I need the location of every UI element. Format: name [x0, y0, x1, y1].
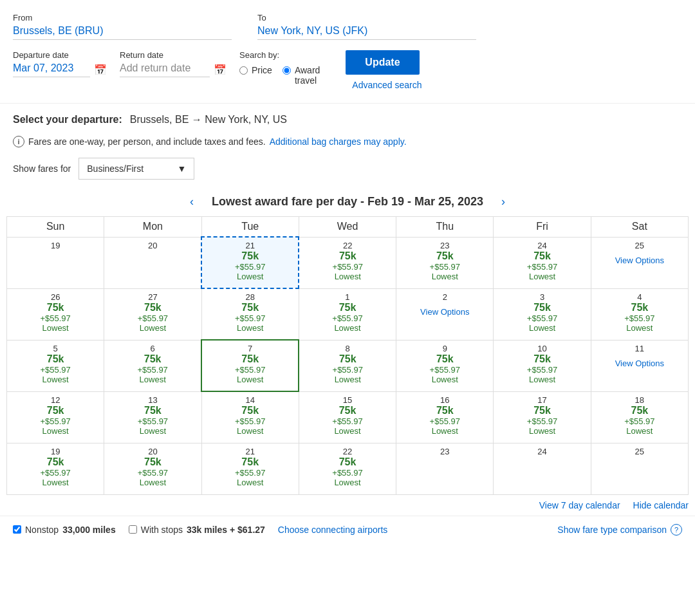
cell-day-number: 27 [148, 292, 157, 302]
cell-fare-value: 75k [303, 302, 392, 313]
calendar-grid: Sun Mon Tue Wed Thu Fri Sat 19202175k+$5… [6, 216, 689, 495]
view-options-link[interactable]: View Options [595, 359, 684, 368]
cell-fee-value: +$55.97 [11, 313, 100, 323]
calendar-title: Lowest award fare per day - Feb 19 - Mar… [212, 195, 483, 209]
with-stops-checkbox[interactable] [129, 525, 137, 534]
return-date-group: Return date Add return date 📅 [120, 50, 227, 77]
calendar-cell[interactable]: 575k+$55.97Lowest [7, 340, 104, 391]
fare-select[interactable]: Business/First ▼ [79, 158, 194, 180]
calendar-cell[interactable]: 2775k+$55.97Lowest [104, 288, 201, 340]
calendar-cell[interactable]: 25View Options [591, 237, 688, 288]
chevron-down-icon: ▼ [177, 163, 186, 174]
cell-day-number: 19 [51, 447, 60, 456]
cell-lowest-label: Lowest [595, 323, 684, 333]
calendar-cell[interactable]: 2675k+$55.97Lowest [7, 288, 104, 340]
cell-fee-value: +$55.97 [11, 416, 100, 426]
return-date-value[interactable]: Add return date [120, 62, 210, 77]
calendar-cell[interactable]: 1675k+$55.97Lowest [396, 391, 494, 443]
choose-airports-link[interactable]: Choose connecting airports [278, 525, 387, 535]
cell-lowest-label: Lowest [11, 375, 100, 384]
select-departure-row: Select your departure: Brussels, BE → Ne… [0, 103, 695, 131]
cell-day-number: 26 [51, 292, 60, 302]
cell-fee-value: +$55.97 [206, 416, 295, 426]
cell-fare-value: 75k [400, 353, 489, 365]
cell-fee-value: +$55.97 [400, 416, 489, 426]
calendar-cell[interactable]: 775k+$55.97Lowest [201, 340, 299, 391]
cell-lowest-label: Lowest [497, 375, 586, 384]
award-radio-option[interactable]: Awardtravel [283, 65, 320, 86]
calendar-cell[interactable]: 23 [396, 443, 494, 494]
calendar-cell[interactable]: 1275k+$55.97Lowest [7, 391, 104, 443]
day-header-wed: Wed [299, 217, 396, 238]
calendar-cell[interactable]: 1575k+$55.97Lowest [299, 391, 396, 443]
cell-fee-value: +$55.97 [303, 313, 392, 323]
update-button[interactable]: Update [346, 50, 419, 75]
calendar-cell[interactable]: 675k+$55.97Lowest [104, 340, 201, 391]
departure-date-value[interactable]: Mar 07, 2023 [13, 62, 90, 77]
price-radio-option[interactable]: Price [239, 65, 272, 75]
view-options-link[interactable]: View Options [400, 307, 489, 317]
calendar-cell[interactable]: 975k+$55.97Lowest [396, 340, 494, 391]
price-radio[interactable] [239, 66, 248, 75]
to-value[interactable]: New York, NY, US (JFK) [257, 25, 476, 40]
day-header-sun: Sun [7, 217, 104, 238]
departure-calendar-icon[interactable]: 📅 [94, 64, 107, 76]
calendar-cell[interactable]: 2175k+$55.97Lowest [201, 443, 299, 494]
return-calendar-icon[interactable]: 📅 [214, 64, 227, 76]
calendar-cell[interactable]: 2375k+$55.97Lowest [396, 237, 494, 288]
calendar-cell[interactable]: 375k+$55.97Lowest [494, 288, 591, 340]
from-field: From Brussels, BE (BRU) [13, 13, 232, 40]
cell-lowest-label: Lowest [108, 375, 197, 384]
view-7day-link[interactable]: View 7 day calendar [539, 500, 620, 510]
calendar-cell[interactable]: 2275k+$55.97Lowest [299, 443, 396, 494]
advanced-search-link[interactable]: Advanced search [352, 80, 422, 90]
cell-fare-value: 75k [108, 405, 197, 416]
calendar-cell[interactable]: 25 [591, 443, 688, 494]
update-group: Update Advanced search [346, 50, 422, 90]
view-options-link[interactable]: View Options [595, 256, 684, 265]
calendar-prev-button[interactable]: ‹ [185, 192, 199, 211]
calendar-cell[interactable]: 1775k+$55.97Lowest [494, 391, 591, 443]
calendar-cell[interactable]: 19 [7, 237, 104, 288]
calendar-cell[interactable]: 2175k+$55.97Lowest [201, 237, 299, 288]
cell-lowest-label: Lowest [303, 426, 392, 436]
day-header-thu: Thu [396, 217, 494, 238]
calendar-cell[interactable]: 24 [494, 443, 591, 494]
calendar-cell[interactable]: 2075k+$55.97Lowest [104, 443, 201, 494]
award-radio[interactable] [283, 66, 291, 75]
cell-day-number: 18 [635, 395, 644, 405]
fare-comparison-link[interactable]: Show fare type comparison [557, 525, 667, 535]
calendar-cell[interactable]: 2475k+$55.97Lowest [494, 237, 591, 288]
calendar-cell[interactable]: 2View Options [396, 288, 494, 340]
calendar-cell[interactable]: 475k+$55.97Lowest [591, 288, 688, 340]
calendar-cell[interactable]: 20 [104, 237, 201, 288]
calendar-cell[interactable]: 175k+$55.97Lowest [299, 288, 396, 340]
nonstop-checkbox[interactable] [13, 525, 21, 534]
calendar-cell[interactable]: 875k+$55.97Lowest [299, 340, 396, 391]
with-stops-group: With stops 33k miles + $61.27 [129, 525, 265, 535]
help-icon[interactable]: ? [671, 524, 682, 536]
calendar-cell[interactable]: 1975k+$55.97Lowest [7, 443, 104, 494]
calendar-cell[interactable]: 1875k+$55.97Lowest [591, 391, 688, 443]
hide-calendar-link[interactable]: Hide calendar [633, 500, 689, 510]
from-value[interactable]: Brussels, BE (BRU) [13, 25, 232, 40]
calendar-cell[interactable]: 11View Options [591, 340, 688, 391]
cell-fare-value: 75k [400, 250, 489, 262]
cell-fare-value: 75k [303, 250, 392, 262]
calendar-cell[interactable]: 2275k+$55.97Lowest [299, 237, 396, 288]
info-text: Fares are one-way, per person, and inclu… [28, 136, 266, 147]
calendar-cell[interactable]: 1375k+$55.97Lowest [104, 391, 201, 443]
search-by-label: Search by: [239, 50, 320, 60]
cell-fare-value: 75k [11, 353, 100, 365]
day-header-tue: Tue [201, 217, 299, 238]
calendar-cell[interactable]: 2875k+$55.97Lowest [201, 288, 299, 340]
cell-lowest-label: Lowest [497, 272, 586, 281]
cell-fee-value: +$55.97 [497, 262, 586, 272]
calendar-next-button[interactable]: › [496, 192, 510, 211]
calendar-cell[interactable]: 1075k+$55.97Lowest [494, 340, 591, 391]
bag-charges-link[interactable]: Additional bag charges may apply. [270, 136, 407, 147]
cell-fee-value: +$55.97 [400, 365, 489, 375]
calendar-cell[interactable]: 1475k+$55.97Lowest [201, 391, 299, 443]
bottom-right: Show fare type comparison ? [557, 524, 682, 536]
cell-lowest-label: Lowest [303, 323, 392, 333]
